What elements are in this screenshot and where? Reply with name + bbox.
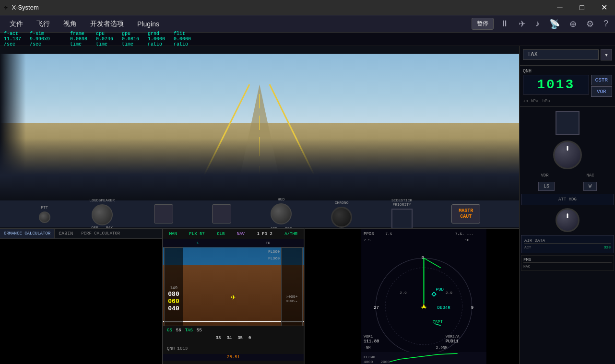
fms-section: FMS NAC bbox=[521, 255, 614, 271]
pfd-mode-man: MAN bbox=[169, 232, 177, 236]
air-data-val1: 328 bbox=[604, 245, 611, 249]
toolbar-btn-radio[interactable]: 📡 bbox=[546, 17, 563, 31]
toolbar-btn-record[interactable]: ✈ bbox=[516, 17, 529, 31]
hdg-35: 35 bbox=[237, 336, 243, 341]
hud-label: HUD bbox=[278, 197, 284, 201]
svg-text:7.5: 7.5 bbox=[364, 238, 371, 242]
close-button[interactable]: ✕ bbox=[593, 0, 615, 15]
svg-rect-37 bbox=[361, 352, 486, 364]
toolbar-right: 暂停 ⏸ ✈ ♪ 📡 ⊕ ⚙ ? bbox=[472, 17, 611, 31]
nac-fms-label: NAC bbox=[523, 264, 530, 269]
pfd-mode-bar: MAN FLX 57 CLB NAV 1 FD 2 A/THR bbox=[163, 229, 304, 239]
tas-val: 55 bbox=[197, 328, 202, 333]
nav-panel: PPOS --- --- 0 9 27 18 7.5 7.5 7.5 10 PU… bbox=[305, 228, 543, 364]
menu-plugins[interactable]: Plugins bbox=[131, 18, 165, 30]
air-data-label: AIR DATA bbox=[524, 238, 611, 244]
ptt-button[interactable] bbox=[39, 211, 50, 223]
nav-svg: PPOS --- --- 0 9 27 18 7.5 7.5 7.5 10 PU… bbox=[305, 229, 543, 364]
right-main-knob[interactable] bbox=[553, 141, 582, 169]
maximize-button[interactable]: □ bbox=[571, 0, 593, 15]
vor-button[interactable]: VOR bbox=[591, 86, 612, 97]
qnh-label: QNH bbox=[523, 69, 612, 74]
svg-text:2.9: 2.9 bbox=[446, 291, 453, 295]
svg-text:DE34R: DE34R bbox=[438, 305, 451, 310]
alt-ref2: >005- bbox=[286, 299, 297, 303]
perf-screen bbox=[0, 239, 162, 364]
toolbar-btn-help[interactable]: ? bbox=[601, 17, 611, 31]
gs-label: GS bbox=[167, 328, 172, 333]
loudspeaker-label: LOUDSPEAKER bbox=[89, 198, 115, 202]
menu-developer[interactable]: 开发者选项 bbox=[84, 18, 130, 30]
speed-val-060: 060 bbox=[168, 298, 179, 305]
panel-square-btn-2[interactable] bbox=[212, 204, 231, 223]
fl390-label: FL390 bbox=[268, 249, 280, 254]
vdr-label: VDR bbox=[541, 173, 548, 178]
tab-perf[interactable]: PERF CALCULATOR bbox=[77, 229, 124, 238]
pause-button[interactable]: 暂停 bbox=[472, 18, 494, 30]
gs-val: 56 bbox=[176, 328, 181, 333]
qnh-section: QNH 1013 CSTR VOR in hPa hPa bbox=[520, 66, 615, 107]
minimize-button[interactable]: ─ bbox=[549, 0, 571, 15]
menu-view[interactable]: 视角 bbox=[58, 18, 83, 30]
sidestick-control: SIDESTICKPRIORITY bbox=[391, 198, 413, 230]
hpa-label: hPa bbox=[542, 99, 550, 104]
perf-panel-tabs: 0RMANCE CALCULATOR CABIN PERF CALCULATOR bbox=[0, 229, 162, 239]
titlebar: ✈ X-System ─ □ ✕ bbox=[0, 0, 615, 15]
pfd-panel: MAN FLX 57 CLB NAV 1 FD 2 A/THR 1 FD ✈ 1… bbox=[163, 228, 305, 364]
ls-button[interactable]: LS bbox=[538, 182, 555, 191]
aircraft-symbol: ✈ bbox=[231, 292, 236, 302]
svg-text:7.5: 7.5 bbox=[385, 232, 392, 236]
svg-text:111.80: 111.80 bbox=[364, 339, 379, 344]
pfd-mode-athr: A/THR bbox=[284, 232, 297, 236]
svg-text:VOR2/A: VOR2/A bbox=[446, 334, 460, 339]
tax-dropdown[interactable]: ▾ bbox=[601, 49, 612, 60]
svg-text:PPOS: PPOS bbox=[364, 231, 374, 236]
panel-square-btn-1[interactable] bbox=[154, 204, 173, 223]
hud-knob[interactable] bbox=[271, 203, 292, 224]
pfd-bottom-bar: GS 56 TAS 55 33 34 35 0 QNH 1013 28.51 bbox=[163, 326, 304, 364]
toolbar-btn-audio[interactable]: ♪ bbox=[532, 17, 543, 31]
ptt-control: PTT bbox=[39, 205, 50, 223]
mastr-caut-button[interactable]: MASTR CAUT bbox=[451, 204, 480, 223]
inhpa-label: in hPa bbox=[523, 99, 538, 104]
mastr-label: MASTR bbox=[459, 208, 473, 214]
pfd-qnh-display: QNH 1013 bbox=[163, 341, 304, 354]
speed-ref: 149 bbox=[170, 286, 177, 291]
tab-cabin[interactable]: CABIN bbox=[55, 229, 77, 238]
tab-0rmance[interactable]: 0RMANCE CALCULATOR bbox=[0, 229, 55, 238]
speed-val-040: 040 bbox=[168, 305, 179, 312]
hdg-34: 34 bbox=[226, 336, 232, 341]
w-button[interactable]: W bbox=[583, 182, 597, 191]
menu-file[interactable]: 文件 bbox=[4, 18, 29, 30]
cockpit-frame-top bbox=[0, 46, 519, 54]
pfd-gs-tas: GS 56 TAS 55 bbox=[163, 326, 304, 335]
loudspeaker-knob[interactable] bbox=[92, 204, 113, 225]
sidestick-button[interactable] bbox=[391, 209, 413, 230]
tas-label: TAS bbox=[185, 328, 193, 333]
inhpa-row: in hPa hPa bbox=[523, 99, 612, 104]
pfd-mode-fd: 1 FD 2 bbox=[257, 232, 272, 236]
chrono-control: CHRONO bbox=[331, 200, 352, 228]
svg-text:2000: 2000 bbox=[380, 360, 390, 364]
window-controls: ─ □ ✕ bbox=[549, 0, 615, 15]
sidestick-label: SIDESTICKPRIORITY bbox=[391, 198, 412, 207]
att-hdg-knob[interactable] bbox=[556, 208, 580, 232]
right-labels-row: VDR NAC bbox=[520, 171, 615, 180]
toolbar-btn-nav[interactable]: ⊕ bbox=[567, 17, 580, 31]
pfd-mode-nav: NAV bbox=[237, 232, 245, 236]
toolbar-btn-settings[interactable]: ⚙ bbox=[583, 17, 597, 31]
cstr-button[interactable]: CSTR bbox=[591, 75, 612, 85]
att-hdg-display: ATT HDG bbox=[521, 194, 614, 205]
square-button-large[interactable] bbox=[556, 111, 580, 135]
qnh-bottom: QNH 1013 bbox=[167, 346, 188, 351]
square-btn-area bbox=[520, 107, 615, 139]
air-data-val1-label: ACT bbox=[524, 245, 531, 249]
svg-text:7.5: 7.5 bbox=[455, 232, 462, 236]
svg-text:27: 27 bbox=[374, 305, 379, 310]
menu-flight[interactable]: 飞行 bbox=[31, 18, 56, 30]
loudspeaker-control: LOUDSPEAKER OFF MAX bbox=[89, 198, 115, 230]
perf-panel: 0RMANCE CALCULATOR CABIN PERF CALCULATOR bbox=[0, 228, 163, 364]
toolbar-btn-pause[interactable]: ⏸ bbox=[497, 17, 512, 31]
svg-text:9: 9 bbox=[471, 305, 473, 310]
chrono-button[interactable] bbox=[331, 207, 352, 228]
